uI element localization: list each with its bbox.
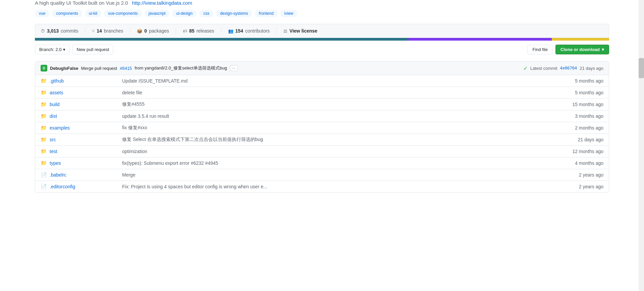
file-commit-message: Fix: Project is using 4 spaces but edito… — [117, 184, 563, 189]
file-time: 21 days ago — [563, 137, 603, 142]
stat-commits[interactable]: ⏱ 3,013 commits — [41, 28, 85, 34]
file-time: 5 months ago — [563, 90, 603, 95]
table-row: 📁testoptimization12 months ago — [35, 146, 609, 157]
file-commit-message: Merge — [117, 172, 563, 178]
file-name-link[interactable]: .editorconfig — [50, 184, 117, 189]
commit-expand-button[interactable]: ··· — [230, 65, 238, 71]
commit-hash[interactable]: 4e06704 — [560, 66, 577, 70]
file-commit-message: optimization — [117, 149, 563, 154]
stat-releases[interactable]: 🏷 85 releases — [176, 28, 221, 34]
file-icon: 📄 — [41, 172, 47, 178]
folder-icon: 📁 — [41, 137, 47, 143]
file-icon: 📄 — [41, 184, 47, 190]
topic-badge-components[interactable]: components — [52, 10, 82, 17]
topic-badge-iview[interactable]: iview — [280, 10, 298, 17]
file-time: 2 months ago — [563, 125, 603, 131]
table-row: 📁examplesfix 修复#xxx2 months ago — [35, 122, 609, 134]
file-commit-message: Update ISSUE_TEMPLATE.md — [117, 78, 563, 84]
branches-label: branches — [104, 28, 123, 34]
releases-icon: 🏷 — [183, 29, 187, 34]
table-row: 📁typesfix(types): Submenu export error #… — [35, 157, 609, 169]
stat-branches[interactable]: ⑂ 14 branches — [85, 28, 130, 34]
license-label[interactable]: View license — [289, 28, 317, 34]
commit-pr-link[interactable]: #6415 — [120, 66, 132, 71]
commit-banner-left: D DebugIsFalse Merge pull request #6415 … — [41, 65, 238, 71]
commits-count[interactable]: 3,013 — [47, 28, 59, 34]
file-time: 5 months ago — [563, 78, 603, 84]
file-name-link[interactable]: .babelrc — [50, 172, 117, 178]
file-name-link[interactable]: types — [50, 160, 117, 166]
clone-or-download-button[interactable]: Clone or download ▾ — [555, 45, 609, 54]
file-commit-message: delete file — [117, 90, 563, 95]
repo-website[interactable]: http://iview.talkingdata.com — [132, 0, 192, 6]
file-commit-message: fix(types): Submenu export error #6232 #… — [117, 160, 563, 166]
file-commit-message: 修复 Select 在单选搜索模式下第二次点击会以当前值执行筛选的bug — [117, 137, 563, 143]
file-time: 4 months ago — [563, 160, 603, 166]
stat-packages[interactable]: 📦 0 packages — [130, 28, 176, 34]
stat-license[interactable]: ⚖ View license — [277, 28, 324, 34]
contributors-count[interactable]: 154 — [235, 28, 243, 34]
commit-check-icon: ✓ — [523, 65, 528, 71]
file-name-link[interactable]: dist — [50, 113, 117, 119]
language-bar — [35, 38, 609, 41]
branch-label: Branch: 2.0 — [39, 47, 62, 52]
file-name-link[interactable]: examples — [50, 125, 117, 131]
stat-contributors[interactable]: 👥 154 contributors — [221, 28, 277, 34]
topic-badge-vue[interactable]: vue — [35, 10, 49, 17]
new-pull-request-label: New pull request — [77, 47, 109, 52]
file-commit-message: update 3.5.4 run result — [117, 113, 563, 119]
topic-badge-javascript[interactable]: javascript — [145, 10, 170, 17]
file-name-link[interactable]: assets — [50, 90, 117, 95]
topic-badge-ui-kit[interactable]: ui-kit — [85, 10, 101, 17]
topic-badge-css[interactable]: css — [199, 10, 213, 17]
file-name-link[interactable]: src — [50, 137, 117, 142]
lang-typescript — [35, 38, 408, 41]
clone-label: Clone or download — [560, 47, 600, 52]
description-text: A high quality UI Toolkit built on Vue.j… — [35, 0, 128, 6]
packages-icon: 📦 — [137, 29, 142, 34]
folder-icon: 📁 — [41, 101, 47, 107]
contributors-label: contributors — [245, 28, 270, 34]
branches-count[interactable]: 14 — [97, 28, 102, 34]
branch-selector[interactable]: Branch: 2.0 ▾ — [35, 45, 70, 54]
topic-badge-ui-design[interactable]: ui-design — [172, 10, 197, 17]
file-toolbar: Branch: 2.0 ▾ New pull request Find file… — [35, 41, 609, 58]
topic-badge-frontend[interactable]: frontend — [255, 10, 278, 17]
file-name-link[interactable]: build — [50, 102, 117, 107]
packages-count[interactable]: 0 — [144, 28, 147, 34]
clone-chevron-icon: ▾ — [602, 47, 604, 52]
releases-count[interactable]: 85 — [189, 28, 195, 34]
folder-icon: 📁 — [41, 78, 47, 84]
commit-time: 21 days ago — [580, 66, 603, 71]
commits-icon: ⏱ — [41, 29, 45, 34]
file-commit-message: 修复#4555 — [117, 101, 563, 107]
folder-icon: 📁 — [41, 148, 47, 154]
file-name-link[interactable]: test — [50, 149, 117, 154]
file-rows-container: 📁.githubUpdate ISSUE_TEMPLATE.md5 months… — [35, 75, 609, 192]
new-pull-request-button[interactable]: New pull request — [72, 45, 114, 54]
commit-author-name[interactable]: DebugIsFalse — [50, 66, 78, 71]
releases-label: releases — [197, 28, 214, 34]
folder-icon: 📁 — [41, 160, 47, 166]
commit-banner-right: ✓ Latest commit 4e06704 21 days ago — [523, 65, 603, 71]
topic-badge-vue-components[interactable]: vue-components — [104, 10, 142, 17]
branch-chevron-icon: ▾ — [63, 47, 65, 52]
table-row: 📁assetsdelete file5 months ago — [35, 87, 609, 99]
latest-commit-label: Latest commit — [530, 66, 557, 71]
table-row: 📄.babelrcMerge2 years ago — [35, 169, 609, 181]
branches-icon: ⑂ — [92, 29, 95, 34]
annotation-arrow — [35, 109, 35, 124]
toolbar-right: Find file Clone or download ▾ — [527, 45, 609, 54]
scrollbar-track[interactable] — [639, 0, 644, 193]
table-row: 📄.editorconfigFix: Project is using 4 sp… — [35, 181, 609, 192]
commit-pr-detail: from yangdan8/2.0_修复select单选筛选模式bug — [135, 65, 227, 71]
topic-badge-design-systems[interactable]: design-systems — [216, 10, 252, 17]
file-time: 2 years ago — [563, 184, 603, 189]
contributors-icon: 👥 — [228, 29, 233, 34]
folder-icon: 📁 — [41, 90, 47, 96]
file-name-link[interactable]: .github — [50, 78, 117, 84]
scrollbar-thumb[interactable] — [639, 58, 644, 78]
file-time: 12 months ago — [563, 149, 603, 154]
find-file-button[interactable]: Find file — [527, 45, 553, 54]
table-row: 📁distupdate 3.5.4 run result3 months ago… — [35, 110, 609, 122]
